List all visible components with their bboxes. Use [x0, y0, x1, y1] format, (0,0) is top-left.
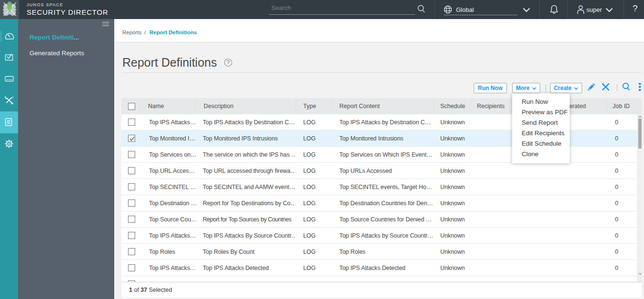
- svg-text:?: ?: [227, 60, 229, 65]
